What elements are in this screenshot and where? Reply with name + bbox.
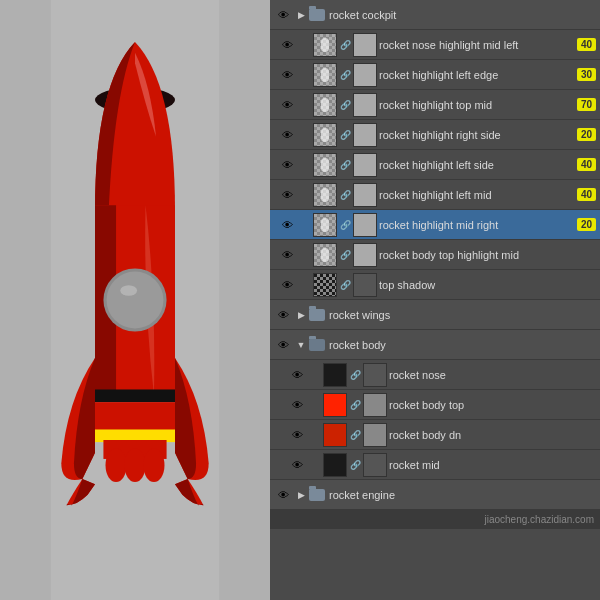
folder-icon-rocket-cockpit (309, 9, 325, 21)
visibility-toggle-rocket-body-dn[interactable] (288, 426, 306, 444)
layer-name-rocket-highlight-right-side: rocket highlight right side (379, 129, 574, 141)
expand-icon-rocket-body-top-highlight-mid (299, 249, 311, 261)
expand-icon-rocket-body[interactable]: ▼ (295, 339, 307, 351)
layer-row-rocket-highlight-mid-right[interactable]: 🔗rocket highlight mid right20 (270, 210, 600, 240)
mask-thumb-rocket-highlight-left-mid (353, 183, 377, 207)
svg-point-12 (106, 448, 127, 482)
expand-icon-rocket-highlight-left-mid (299, 189, 311, 201)
expand-icon-rocket-nose-highlight-mid-left (299, 39, 311, 51)
layer-name-rocket-cockpit: rocket cockpit (329, 9, 596, 21)
layer-row-rocket-highlight-left-mid[interactable]: 🔗rocket highlight left mid40 (270, 180, 600, 210)
layer-row-rocket-engine[interactable]: ▶rocket engine (270, 480, 600, 510)
layer-row-rocket-nose[interactable]: 🔗rocket nose (270, 360, 600, 390)
mask-thumb-rocket-highlight-left-side (353, 153, 377, 177)
mask-thumb-rocket-highlight-top-mid (353, 93, 377, 117)
visibility-toggle-rocket-mid[interactable] (288, 456, 306, 474)
layer-name-top-shadow: top shadow (379, 279, 596, 291)
visibility-toggle-rocket-highlight-left-edge[interactable] (278, 66, 296, 84)
layer-thumb-rocket-highlight-right-side (313, 123, 337, 147)
mask-thumb-rocket-nose (363, 363, 387, 387)
opacity-badge-rocket-highlight-left-side: 40 (577, 158, 596, 171)
link-icon-rocket-highlight-left-edge: 🔗 (339, 65, 351, 85)
visibility-toggle-rocket-highlight-mid-right[interactable] (278, 216, 296, 234)
layer-name-rocket-nose: rocket nose (389, 369, 596, 381)
expand-icon-rocket-body-top (309, 399, 321, 411)
layer-name-rocket-nose-highlight-mid-left: rocket nose highlight mid left (379, 39, 574, 51)
expand-icon-rocket-wings[interactable]: ▶ (295, 309, 307, 321)
layer-name-rocket-highlight-left-edge: rocket highlight left edge (379, 69, 574, 81)
layers-panel: ▶rocket cockpit🔗rocket nose highlight mi… (270, 0, 600, 600)
layer-row-rocket-highlight-top-mid[interactable]: 🔗rocket highlight top mid70 (270, 90, 600, 120)
visibility-toggle-rocket-body[interactable] (274, 336, 292, 354)
layer-row-rocket-body-dn[interactable]: 🔗rocket body dn (270, 420, 600, 450)
layer-row-rocket-nose-highlight-mid-left[interactable]: 🔗rocket nose highlight mid left40 (270, 30, 600, 60)
mask-thumb-top-shadow (353, 273, 377, 297)
layer-row-rocket-mid[interactable]: 🔗rocket mid (270, 450, 600, 480)
layer-row-rocket-highlight-left-side[interactable]: 🔗rocket highlight left side40 (270, 150, 600, 180)
link-icon-rocket-mid: 🔗 (349, 455, 361, 475)
expand-icon-rocket-body-dn (309, 429, 321, 441)
expand-icon-rocket-engine[interactable]: ▶ (295, 489, 307, 501)
layer-row-rocket-highlight-right-side[interactable]: 🔗rocket highlight right side20 (270, 120, 600, 150)
layer-row-top-shadow[interactable]: 🔗top shadow (270, 270, 600, 300)
expand-icon-top-shadow (299, 279, 311, 291)
visibility-toggle-rocket-highlight-left-side[interactable] (278, 156, 296, 174)
layer-row-rocket-body[interactable]: ▼rocket body (270, 330, 600, 360)
layer-row-rocket-wings[interactable]: ▶rocket wings (270, 300, 600, 330)
canvas-area (0, 0, 270, 600)
visibility-toggle-rocket-body-top[interactable] (288, 396, 306, 414)
layer-row-rocket-cockpit[interactable]: ▶rocket cockpit (270, 0, 600, 30)
visibility-toggle-rocket-highlight-right-side[interactable] (278, 126, 296, 144)
expand-icon-rocket-highlight-right-side (299, 129, 311, 141)
layer-row-rocket-body-top[interactable]: 🔗rocket body top (270, 390, 600, 420)
folder-icon-rocket-wings (309, 309, 325, 321)
visibility-toggle-rocket-nose[interactable] (288, 366, 306, 384)
layer-name-rocket-engine: rocket engine (329, 489, 596, 501)
svg-point-14 (143, 448, 164, 482)
layer-name-rocket-body-top: rocket body top (389, 399, 596, 411)
layer-name-rocket-body: rocket body (329, 339, 596, 351)
link-icon-top-shadow: 🔗 (339, 275, 351, 295)
mask-thumb-rocket-highlight-right-side (353, 123, 377, 147)
visibility-toggle-rocket-body-top-highlight-mid[interactable] (278, 246, 296, 264)
mask-thumb-rocket-highlight-left-edge (353, 63, 377, 87)
visibility-toggle-rocket-nose-highlight-mid-left[interactable] (278, 36, 296, 54)
visibility-toggle-rocket-engine[interactable] (274, 486, 292, 504)
expand-icon-rocket-cockpit[interactable]: ▶ (295, 9, 307, 21)
visibility-toggle-rocket-cockpit[interactable] (274, 6, 292, 24)
visibility-toggle-rocket-wings[interactable] (274, 306, 292, 324)
opacity-badge-rocket-highlight-right-side: 20 (577, 128, 596, 141)
opacity-badge-rocket-nose-highlight-mid-left: 40 (577, 38, 596, 51)
layer-name-rocket-mid: rocket mid (389, 459, 596, 471)
link-icon-rocket-body-top: 🔗 (349, 395, 361, 415)
expand-icon-rocket-mid (309, 459, 321, 471)
visibility-toggle-top-shadow[interactable] (278, 276, 296, 294)
mask-thumb-rocket-nose-highlight-mid-left (353, 33, 377, 57)
layer-row-rocket-body-top-highlight-mid[interactable]: 🔗rocket body top highlight mid (270, 240, 600, 270)
layer-thumb-rocket-highlight-left-side (313, 153, 337, 177)
layer-thumb-rocket-highlight-left-edge (313, 63, 337, 87)
mask-thumb-rocket-body-dn (363, 423, 387, 447)
visibility-toggle-rocket-highlight-left-mid[interactable] (278, 186, 296, 204)
layer-thumb-rocket-nose-highlight-mid-left (313, 33, 337, 57)
link-icon-rocket-nose: 🔗 (349, 365, 361, 385)
layer-thumb-rocket-body-top-highlight-mid (313, 243, 337, 267)
layer-name-rocket-highlight-left-mid: rocket highlight left mid (379, 189, 574, 201)
layer-row-rocket-highlight-left-edge[interactable]: 🔗rocket highlight left edge30 (270, 60, 600, 90)
layer-thumb-rocket-body-top (323, 393, 347, 417)
svg-point-13 (124, 448, 145, 482)
link-icon-rocket-highlight-mid-right: 🔗 (339, 215, 351, 235)
link-icon-rocket-nose-highlight-mid-left: 🔗 (339, 35, 351, 55)
visibility-toggle-rocket-highlight-top-mid[interactable] (278, 96, 296, 114)
expand-icon-rocket-nose (309, 369, 321, 381)
mask-thumb-rocket-highlight-mid-right (353, 213, 377, 237)
mask-thumb-rocket-mid (363, 453, 387, 477)
layer-thumb-rocket-highlight-left-mid (313, 183, 337, 207)
svg-rect-8 (95, 389, 175, 402)
layer-thumb-rocket-highlight-top-mid (313, 93, 337, 117)
watermark: jiaocheng.chazidian.com (270, 510, 600, 529)
link-icon-rocket-body-dn: 🔗 (349, 425, 361, 445)
expand-icon-rocket-highlight-mid-right (299, 219, 311, 231)
link-icon-rocket-highlight-top-mid: 🔗 (339, 95, 351, 115)
layer-name-rocket-body-top-highlight-mid: rocket body top highlight mid (379, 249, 596, 261)
